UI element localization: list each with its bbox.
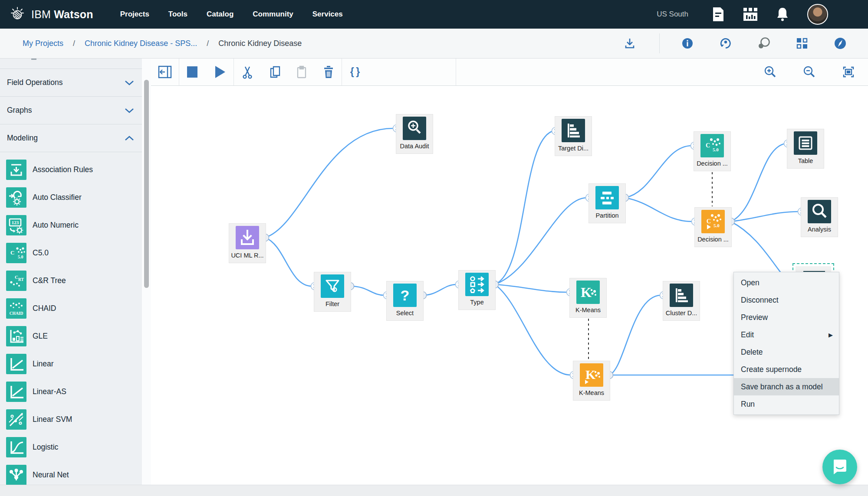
hide-palette-icon[interactable] bbox=[155, 58, 174, 85]
palette-partial-row bbox=[0, 58, 142, 69]
connection-wire bbox=[495, 131, 553, 284]
code-braces-icon[interactable]: { } bbox=[345, 58, 365, 85]
menu-item-run[interactable]: Run bbox=[734, 395, 839, 413]
compass-icon[interactable] bbox=[832, 35, 849, 52]
palette-item-neural-net[interactable]: Neural Net bbox=[0, 461, 142, 485]
chat-bubble-icon bbox=[831, 458, 849, 476]
distribution-chart-icon bbox=[670, 284, 693, 307]
nav-item-catalog[interactable]: Catalog bbox=[207, 10, 233, 19]
logistic-icon bbox=[6, 437, 26, 457]
node-type[interactable]: Type bbox=[458, 270, 496, 310]
breadcrumb-my-projects[interactable]: My Projects bbox=[23, 39, 63, 48]
palette-section-graphs[interactable]: Graphs bbox=[0, 97, 142, 124]
node-table[interactable]: Table bbox=[787, 129, 824, 169]
palette-item-label: Logistic bbox=[33, 443, 58, 452]
avatar[interactable] bbox=[807, 4, 828, 25]
nav-item-community[interactable]: Community bbox=[253, 10, 293, 19]
node-label: Target Di... bbox=[555, 145, 592, 152]
palette-item-auto-numeric[interactable]: 123 Auto Numeric bbox=[0, 211, 142, 239]
nav-item-tools[interactable]: Tools bbox=[168, 10, 187, 19]
copy-icon[interactable] bbox=[265, 58, 284, 85]
node-decision-c50-nugget[interactable]: C 5.0 Decision ... bbox=[694, 207, 732, 247]
node-filter[interactable]: Filter bbox=[314, 272, 351, 312]
palette-section-modeling[interactable]: Modeling bbox=[0, 124, 142, 152]
node-data-audit[interactable]: Data Audit bbox=[396, 114, 433, 154]
apps-icon[interactable] bbox=[743, 7, 758, 22]
node-decision-c50[interactable]: C 5.0 Decision ... bbox=[694, 131, 731, 171]
flow-canvas[interactable]: UCI ML R... Data Audit Filter ? Select bbox=[151, 86, 868, 496]
node-label: Analysis bbox=[801, 226, 838, 233]
node-kmeans[interactable]: K K-Means bbox=[569, 278, 607, 318]
document-icon[interactable] bbox=[711, 7, 726, 22]
node-label: Select bbox=[387, 310, 423, 317]
palette-item-association-rules[interactable]: Association Rules bbox=[0, 156, 142, 183]
menu-item-save-branch-as-model[interactable]: Save branch as a model bbox=[734, 378, 839, 395]
palette-item-linear-svm[interactable]: Linear SVM bbox=[0, 405, 142, 433]
palette-item-linear-as[interactable]: Linear-AS bbox=[0, 378, 142, 405]
c50-icon: C 5.0 bbox=[6, 243, 26, 263]
paste-icon[interactable] bbox=[292, 58, 311, 85]
ibm-watson-logo[interactable]: IBM Watson bbox=[10, 6, 93, 23]
sidebar-scrollbar-track[interactable] bbox=[142, 58, 151, 485]
palette-item-auto-classifier[interactable]: Auto Classifier bbox=[0, 183, 142, 211]
node-cluster-distribution[interactable]: Cluster D... bbox=[663, 281, 700, 321]
palette-item-c50[interactable]: C 5.0 C5.0 bbox=[0, 239, 142, 267]
breadcrumb-current-flow: Chronic Kidney Disease bbox=[218, 39, 302, 48]
palette-item-logistic[interactable]: Logistic bbox=[0, 433, 142, 461]
svg-text:123: 123 bbox=[12, 220, 19, 225]
palette-item-chaid[interactable]: CHAID CHAID bbox=[0, 294, 142, 322]
comments-icon[interactable] bbox=[755, 35, 773, 52]
menu-item-edit[interactable]: Edit▶ bbox=[734, 326, 839, 343]
node-label: Type bbox=[459, 299, 495, 306]
connection-wire bbox=[265, 128, 393, 238]
nav-item-projects[interactable]: Projects bbox=[120, 10, 149, 19]
zoom-in-icon[interactable] bbox=[761, 58, 780, 85]
node-analysis[interactable]: Analysis bbox=[801, 197, 838, 237]
linear-svm-icon bbox=[6, 409, 26, 430]
chat-launcher-button[interactable] bbox=[822, 450, 857, 484]
divider bbox=[342, 58, 342, 85]
download-icon[interactable] bbox=[621, 35, 638, 52]
menu-item-open[interactable]: Open bbox=[734, 274, 839, 291]
node-label: Decision ... bbox=[695, 236, 731, 243]
cut-icon[interactable] bbox=[238, 58, 257, 85]
delete-trash-icon[interactable] bbox=[319, 58, 338, 85]
menu-item-create-supernode[interactable]: Create supernode bbox=[734, 361, 839, 378]
palette-item-linear[interactable]: Linear bbox=[0, 350, 142, 378]
menu-item-disconnect[interactable]: Disconnect bbox=[734, 291, 839, 309]
divider bbox=[233, 58, 234, 85]
menu-item-delete[interactable]: Delete bbox=[734, 343, 839, 361]
palette-item-cr-tree[interactable]: C RT C&R Tree bbox=[0, 267, 142, 294]
sidebar-scrollbar-thumb[interactable] bbox=[144, 80, 149, 288]
menu-item-preview[interactable]: Preview bbox=[734, 309, 839, 326]
nav-item-services[interactable]: Services bbox=[312, 10, 343, 19]
divider bbox=[456, 58, 456, 85]
auto-classifier-icon bbox=[6, 187, 26, 208]
bottom-scrollbar-track[interactable] bbox=[0, 485, 868, 496]
region-label[interactable]: US South bbox=[657, 10, 688, 19]
node-uci-ml-source[interactable]: UCI ML R... bbox=[229, 223, 266, 263]
node-target-distribution[interactable]: Target Di... bbox=[555, 116, 592, 156]
zoom-out-icon[interactable] bbox=[800, 58, 819, 85]
filter-icon bbox=[321, 274, 344, 298]
svg-text:C: C bbox=[10, 249, 14, 256]
palette-section-field-operations[interactable]: Field Operations bbox=[0, 69, 142, 97]
palette-item-label: CHAID bbox=[33, 304, 56, 313]
breadcrumb-project[interactable]: Chronic Kidney Disease - SPS... bbox=[85, 39, 197, 48]
node-select[interactable]: ? Select bbox=[386, 281, 424, 321]
history-icon[interactable] bbox=[717, 35, 734, 52]
stop-icon[interactable] bbox=[183, 58, 202, 85]
palette-item-gle[interactable]: GLE bbox=[0, 322, 142, 350]
node-kmeans-nugget[interactable]: K K-Means bbox=[573, 361, 610, 401]
run-icon[interactable] bbox=[210, 58, 230, 85]
fit-to-view-icon[interactable] bbox=[839, 58, 858, 85]
auto-numeric-icon: 123 bbox=[6, 215, 26, 235]
node-label: K-Means bbox=[570, 307, 606, 313]
notifications-bell-icon[interactable] bbox=[775, 7, 790, 22]
node-partition[interactable]: Partition bbox=[589, 183, 626, 223]
info-icon[interactable] bbox=[679, 35, 696, 52]
connection-wire bbox=[625, 198, 693, 222]
cr-tree-icon: C RT bbox=[6, 271, 26, 291]
watson-bulb-icon bbox=[10, 6, 25, 23]
blocks-icon[interactable] bbox=[793, 35, 811, 52]
